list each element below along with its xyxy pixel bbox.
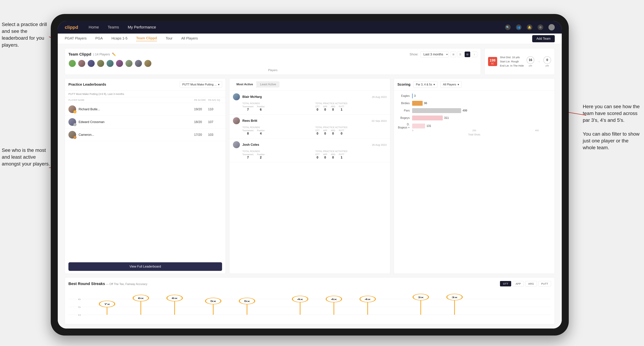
team-avatar[interactable] [97,60,104,67]
streaks-btn-app[interactable]: APP [512,281,524,286]
subnav-team-clippd[interactable]: Team Clippd [136,36,157,41]
svg-text:4x: 4x [365,298,371,301]
card-view-icon[interactable]: ⊟ [464,51,470,57]
leaderboard-subtitle: PUTT Must Make Putting (3-6 ft), Last 3 … [65,91,226,97]
chart-row-eagles: Eagles 3 [398,93,551,98]
people-icon[interactable]: 👥 [516,24,522,30]
active-player-date: 26 Aug 2023 [372,143,386,146]
scoring-par-dropdown[interactable]: Par 3, 4 & 5s ▾ [413,81,438,88]
streaks-buttons: OTT APP ARG PUTT [500,281,551,286]
team-avatar[interactable] [116,60,123,67]
svg-text:5x: 5x [210,300,216,303]
svg-text:4x: 4x [331,298,337,301]
team-avatar[interactable] [125,60,133,67]
team-avatar[interactable] [144,60,152,67]
active-avatar [233,117,240,124]
settings-icon[interactable]: ⚙ [538,24,543,30]
practice-leaderboards-card: Practice Leaderboards PUTT Must Make Put… [65,78,226,274]
active-player-list: Blair McHarg 26 Aug 2023 Total Rounds To… [230,91,390,274]
player-name: Richard Butle... [78,107,100,111]
subnav-all-players[interactable]: All Players [181,36,198,41]
list-item[interactable]: Blair McHarg 26 Aug 2023 Total Rounds To… [230,91,390,114]
team-avatars [68,60,477,67]
show-select[interactable]: Last 3 months [420,51,448,57]
table-row[interactable]: 1 Richard Butle... 19/20 110 [65,103,226,116]
team-avatar[interactable] [87,60,95,67]
table-row[interactable]: 2 Edward Crossman 18/20 107 [65,116,226,128]
active-player-date: 02 Sep 2023 [372,119,386,122]
shot-circle-1: 16 [526,56,534,64]
circle2-label: yds [546,64,549,67]
subnav-pga[interactable]: PGA [96,36,103,41]
edit-icon[interactable]: ✏️ [112,52,116,56]
list-view-icon[interactable]: ☰ [458,51,463,57]
team-avatar[interactable] [134,60,142,67]
team-avatar[interactable] [106,60,114,67]
add-team-button[interactable]: Add Team [532,35,555,42]
active-player-name: Rees Britt [242,119,369,123]
team-info-row: Team Clippd | 14 Players ✏️ Show: Last 3… [65,48,555,75]
grid-view-icon[interactable]: ⊞ [450,51,456,57]
list-item[interactable]: Rees Britt 02 Sep 2023 Total Rounds Tour… [230,114,390,138]
chevron-down-icon: ▾ [218,83,220,86]
chart-value-bogeys: 311 [444,116,449,120]
players-label: Players [68,69,477,72]
chart-bar-wrap: 3 [412,93,551,98]
bell-icon[interactable]: 🔔 [527,24,532,30]
shot-circles: 16 yds → 0 yds [526,56,551,67]
least-active-tab[interactable]: Least Active [256,81,280,88]
streaks-btn-ott[interactable]: OTT [500,281,511,286]
active-avatar [233,141,240,148]
streaks-title: Best Round Streaks [68,282,105,286]
svg-text:5x: 5x [244,300,250,303]
scoring-title: Scoring [398,82,410,86]
active-avatar [233,93,240,100]
svg-text:6x: 6x [138,297,144,300]
chart-row-dbogeys: D. Bogeys + 131 [398,123,551,129]
player-info: 1 Richard Butle... [68,105,194,113]
search-icon[interactable]: 🔍 [505,24,511,30]
bar-bogeys [412,116,443,120]
leaderboard-dropdown[interactable]: PUTT Must Make Putting ... ▾ [180,81,222,88]
team-avatar[interactable] [78,60,86,67]
player-info: 3 Cameron... [68,131,194,139]
list-item[interactable]: Josh Coles 26 Aug 2023 Total Rounds Tour… [230,138,390,162]
main-content: Team Clippd | 14 Players ✏️ Show: Last 3… [58,44,562,329]
annotation-right: Here you can see how the team have score… [583,103,642,151]
practice-activities-section: Total Practice Activities OTT 0 APP [315,102,386,112]
subnav-tour[interactable]: Tour [166,36,172,41]
nav-home[interactable]: Home [89,25,99,29]
most-active-card: Most Active Least Active Blair McHarg 26… [229,78,390,274]
badge-silver-icon: 2 [73,123,76,126]
nav-teams[interactable]: Teams [108,25,119,29]
team-avatar[interactable] [68,60,76,67]
chart-bar-wrap: 131 [412,124,551,128]
annotation-top-left: Select a practice drill and see the lead… [2,21,51,48]
shot-details: Shot Dist: 16 yds Start Lie: Rough End L… [500,55,524,68]
team-players-section: Team Clippd | 14 Players ✏️ Show: Last 3… [65,48,481,75]
nav-my-performance[interactable]: My Performance [128,25,156,29]
view-leaderboard-button[interactable]: View Full Leaderboard [68,262,222,271]
nav-icons: 🔍 👥 🔔 ⚙ [505,24,555,30]
chart-x-axis: 0 200 400 [398,129,551,132]
active-player-header: Blair McHarg 26 Aug 2023 [233,93,386,100]
chart-label-bogeys: Bogeys [398,116,410,120]
active-player-header: Rees Britt 02 Sep 2023 [233,117,386,124]
team-title: Team Clippd [68,52,91,57]
sort-icon[interactable]: ↕ [472,51,477,57]
player-name: Edward Crossman [78,120,104,124]
subnav-hcaps[interactable]: Hcaps 1-5 [112,36,128,41]
chart-bar-wrap: 311 [412,116,551,120]
streaks-btn-putt[interactable]: PUTT [538,281,551,286]
ipad-screen: clippd Home Teams My Performance 🔍 👥 🔔 ⚙… [58,21,562,329]
subnav-pgat[interactable]: PGAT Players [65,36,86,41]
most-active-tab[interactable]: Most Active [233,81,256,88]
chart-label-birdies: Birdies [398,102,410,105]
active-player-name: Blair McHarg [242,95,370,99]
scoring-players-dropdown[interactable]: All Players ▾ [440,81,462,88]
table-row[interactable]: 3 Cameron... 17/20 103 [65,128,226,141]
user-avatar[interactable] [548,24,555,30]
svg-text:6x: 6x [172,297,178,300]
streaks-btn-arg[interactable]: ARG [525,281,537,286]
chart-bar-wrap: 499 [412,108,551,113]
